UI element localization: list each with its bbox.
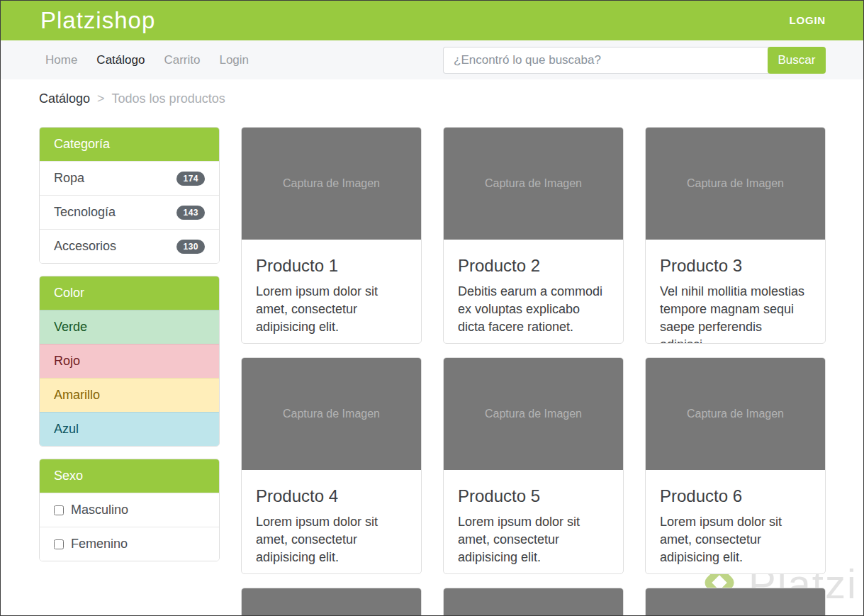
- category-label: Accesorios: [54, 239, 116, 254]
- sex-panel-title: Sexo: [40, 459, 219, 493]
- category-label: Ropa: [54, 171, 84, 186]
- sex-filter-panel: Sexo Masculino Femenino: [39, 459, 220, 561]
- product-card-body: Producto 2 Debitis earum a commodi ex vo…: [444, 240, 623, 344]
- product-card-body: Producto 1 Lorem ipsum dolor sit amet, c…: [242, 240, 421, 344]
- sex-item-masculino[interactable]: Masculino: [40, 493, 219, 527]
- product-image-placeholder: [646, 588, 825, 616]
- color-item-azul[interactable]: Azul: [40, 412, 219, 446]
- product-card-body: Producto 3 Vel nihil mollitia molestias …: [646, 240, 825, 344]
- product-title: Producto 2: [458, 256, 609, 276]
- image-placeholder-label: Captura de Imagen: [283, 408, 380, 420]
- product-image-placeholder: Captura de Imagen: [242, 358, 421, 470]
- sex-label: Masculino: [71, 503, 128, 517]
- category-item-ropa[interactable]: Ropa 174: [40, 161, 219, 195]
- main-content: Catálogo > Todos los productos Categoría…: [0, 79, 864, 616]
- search-bar: Buscar: [443, 47, 826, 74]
- product-image-placeholder: [242, 588, 421, 616]
- product-card-5[interactable]: Captura de Imagen Producto 5 Lorem ipsum…: [443, 357, 624, 574]
- color-filter-panel: Color Verde Rojo Amarillo Azul: [39, 276, 220, 447]
- product-image-placeholder: Captura de Imagen: [646, 358, 825, 470]
- product-image-placeholder: [444, 588, 623, 616]
- product-title: Producto 3: [660, 256, 811, 276]
- sex-label: Femenino: [71, 537, 128, 551]
- product-image-placeholder: Captura de Imagen: [444, 128, 623, 240]
- product-description: Lorem ipsum dolor sit amet, consectetur …: [256, 283, 407, 336]
- product-card-body: Producto 4 Lorem ipsum dolor sit amet, c…: [242, 470, 421, 574]
- category-count-badge: 143: [176, 206, 205, 220]
- filters-sidebar: Categoría Ropa 174 Tecnología 143 Acceso…: [39, 127, 220, 573]
- product-card-4[interactable]: Captura de Imagen Producto 4 Lorem ipsum…: [241, 357, 422, 574]
- nav-item-carrito[interactable]: Carrito: [164, 53, 200, 67]
- product-description: Lorem ipsum dolor sit amet, consectetur …: [256, 513, 407, 566]
- product-grid: Captura de Imagen Producto 1 Lorem ipsum…: [241, 127, 826, 616]
- product-image-placeholder: Captura de Imagen: [646, 128, 825, 240]
- product-title: Producto 6: [660, 486, 811, 506]
- category-filter-panel: Categoría Ropa 174 Tecnología 143 Acceso…: [39, 127, 220, 264]
- product-card-3[interactable]: Captura de Imagen Producto 3 Vel nihil m…: [645, 127, 826, 344]
- top-header: Platzishop LOGIN: [0, 0, 864, 40]
- breadcrumb: Catálogo > Todos los productos: [39, 79, 826, 127]
- breadcrumb-catalogo[interactable]: Catálogo: [39, 91, 90, 106]
- image-placeholder-label: Captura de Imagen: [283, 177, 380, 190]
- sex-item-femenino[interactable]: Femenino: [40, 527, 219, 561]
- product-image-placeholder: Captura de Imagen: [444, 358, 623, 470]
- image-placeholder-label: Captura de Imagen: [485, 408, 582, 420]
- product-card-partial[interactable]: [645, 588, 826, 616]
- category-item-tecnologia[interactable]: Tecnología 143: [40, 195, 219, 229]
- nav-item-home[interactable]: Home: [45, 53, 77, 67]
- product-card-2[interactable]: Captura de Imagen Producto 2 Debitis ear…: [443, 127, 624, 344]
- product-card-body: Producto 6 Lorem ipsum dolor sit amet, c…: [646, 470, 825, 574]
- product-image-placeholder: Captura de Imagen: [242, 128, 421, 240]
- category-count-badge: 130: [176, 240, 205, 254]
- brand-title[interactable]: Platzishop: [40, 7, 155, 34]
- color-label: Verde: [54, 320, 87, 335]
- nav-item-login[interactable]: Login: [219, 53, 249, 67]
- color-item-rojo[interactable]: Rojo: [40, 344, 219, 378]
- product-description: Lorem ipsum dolor sit amet, consectetur …: [660, 513, 811, 566]
- color-label: Rojo: [54, 354, 80, 369]
- image-placeholder-label: Captura de Imagen: [485, 177, 582, 190]
- search-button[interactable]: Buscar: [768, 47, 826, 74]
- femenino-checkbox[interactable]: [54, 539, 64, 549]
- product-description: Debitis earum a commodi ex voluptas expl…: [458, 283, 609, 336]
- product-title: Producto 5: [458, 486, 609, 506]
- breadcrumb-todos-los-productos[interactable]: Todos los productos: [112, 91, 225, 106]
- color-label: Amarillo: [54, 388, 100, 403]
- product-description: Lorem ipsum dolor sit amet, consectetur …: [458, 513, 609, 566]
- main-navbar: Home Catálogo Carrito Login Buscar: [0, 40, 864, 79]
- product-title: Producto 1: [256, 256, 407, 276]
- color-item-amarillo[interactable]: Amarillo: [40, 378, 219, 412]
- nav-links: Home Catálogo Carrito Login: [45, 53, 249, 67]
- color-panel-title: Color: [40, 276, 219, 310]
- product-card-partial[interactable]: [241, 588, 422, 616]
- product-description: Vel nihil mollitia molestias tempore mag…: [660, 283, 811, 344]
- category-label: Tecnología: [54, 205, 116, 220]
- color-item-verde[interactable]: Verde: [40, 310, 219, 344]
- nav-item-catalogo[interactable]: Catálogo: [96, 53, 145, 67]
- product-card-1[interactable]: Captura de Imagen Producto 1 Lorem ipsum…: [241, 127, 422, 344]
- masculino-checkbox[interactable]: [54, 505, 64, 515]
- image-placeholder-label: Captura de Imagen: [687, 177, 784, 190]
- breadcrumb-separator: >: [97, 91, 105, 106]
- product-card-partial[interactable]: [443, 588, 624, 616]
- category-count-badge: 174: [176, 172, 205, 186]
- product-title: Producto 4: [256, 486, 407, 506]
- image-placeholder-label: Captura de Imagen: [687, 408, 784, 420]
- category-item-accesorios[interactable]: Accesorios 130: [40, 229, 219, 263]
- product-card-6[interactable]: Captura de Imagen Producto 6 Lorem ipsum…: [645, 357, 826, 574]
- product-card-body: Producto 5 Lorem ipsum dolor sit amet, c…: [444, 470, 623, 574]
- color-label: Azul: [54, 422, 79, 437]
- login-button[interactable]: LOGIN: [790, 14, 826, 26]
- category-panel-title: Categoría: [40, 128, 219, 161]
- search-input[interactable]: [443, 47, 769, 74]
